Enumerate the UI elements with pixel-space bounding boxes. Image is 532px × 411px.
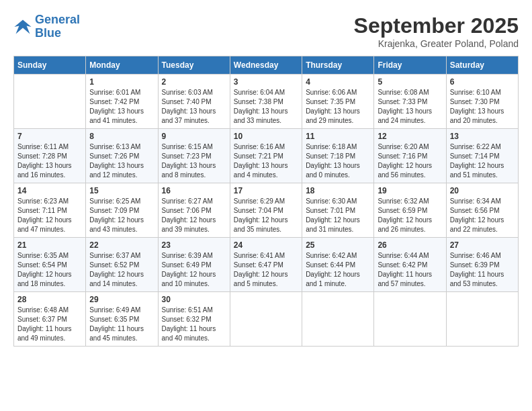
day-info: Sunrise: 6:22 AM Sunset: 7:14 PM Dayligh…	[450, 142, 515, 180]
day-number: 1	[89, 77, 154, 87]
weekday-header: Sunday	[14, 56, 86, 75]
day-info: Sunrise: 6:30 AM Sunset: 7:01 PM Dayligh…	[306, 197, 370, 234]
day-info: Sunrise: 6:44 AM Sunset: 6:42 PM Dayligh…	[378, 251, 442, 289]
day-info: Sunrise: 6:03 AM Sunset: 7:40 PM Dayligh…	[162, 88, 226, 126]
day-info: Sunrise: 6:37 AM Sunset: 6:52 PM Dayligh…	[89, 251, 154, 289]
day-number: 29	[89, 295, 154, 304]
calendar-cell: 24Sunrise: 6:41 AM Sunset: 6:47 PM Dayli…	[230, 238, 302, 292]
day-info: Sunrise: 6:23 AM Sunset: 7:11 PM Dayligh…	[17, 197, 82, 234]
calendar-cell: 10Sunrise: 6:16 AM Sunset: 7:21 PM Dayli…	[230, 129, 302, 183]
day-info: Sunrise: 6:08 AM Sunset: 7:33 PM Dayligh…	[378, 88, 442, 126]
day-info: Sunrise: 6:11 AM Sunset: 7:28 PM Dayligh…	[17, 142, 82, 180]
calendar-cell: 15Sunrise: 6:25 AM Sunset: 7:09 PM Dayli…	[86, 183, 158, 238]
calendar-cell: 19Sunrise: 6:32 AM Sunset: 6:59 PM Dayli…	[374, 183, 446, 238]
day-number: 30	[162, 295, 226, 304]
day-info: Sunrise: 6:15 AM Sunset: 7:23 PM Dayligh…	[162, 142, 226, 180]
weekday-header: Monday	[86, 56, 158, 75]
weekday-header-row: SundayMondayTuesdayWednesdayThursdayFrid…	[14, 56, 519, 75]
calendar-week-row: 7Sunrise: 6:11 AM Sunset: 7:28 PM Daylig…	[14, 129, 519, 183]
day-number: 19	[378, 186, 442, 195]
day-number: 15	[89, 186, 154, 195]
calendar-week-row: 21Sunrise: 6:35 AM Sunset: 6:54 PM Dayli…	[14, 238, 519, 292]
day-number: 9	[162, 132, 226, 141]
logo: GeneralBlue	[13, 13, 80, 40]
day-number: 23	[162, 240, 226, 250]
day-info: Sunrise: 6:18 AM Sunset: 7:18 PM Dayligh…	[306, 142, 370, 180]
day-number: 10	[234, 132, 298, 141]
day-info: Sunrise: 6:39 AM Sunset: 6:49 PM Dayligh…	[162, 251, 226, 289]
calendar-cell: 4Sunrise: 6:06 AM Sunset: 7:35 PM Daylig…	[302, 75, 374, 129]
calendar-cell: 5Sunrise: 6:08 AM Sunset: 7:33 PM Daylig…	[374, 75, 446, 129]
day-number: 20	[450, 186, 515, 195]
day-info: Sunrise: 6:16 AM Sunset: 7:21 PM Dayligh…	[234, 142, 298, 180]
day-number: 16	[162, 186, 226, 195]
day-number: 4	[306, 77, 370, 87]
calendar-cell: 22Sunrise: 6:37 AM Sunset: 6:52 PM Dayli…	[86, 238, 158, 292]
day-number: 24	[234, 240, 298, 250]
day-info: Sunrise: 6:49 AM Sunset: 6:35 PM Dayligh…	[89, 306, 154, 343]
calendar-cell: 27Sunrise: 6:46 AM Sunset: 6:39 PM Dayli…	[446, 238, 518, 292]
title-block: September 2025 Krajenka, Greater Poland,…	[354, 13, 519, 49]
calendar-cell: 2Sunrise: 6:03 AM Sunset: 7:40 PM Daylig…	[158, 75, 230, 129]
weekday-header: Friday	[374, 56, 446, 75]
calendar-week-row: 14Sunrise: 6:23 AM Sunset: 7:11 PM Dayli…	[14, 183, 519, 238]
weekday-header: Tuesday	[158, 56, 230, 75]
day-number: 11	[306, 132, 370, 141]
calendar-cell: 12Sunrise: 6:20 AM Sunset: 7:16 PM Dayli…	[374, 129, 446, 183]
location: Krajenka, Greater Poland, Poland	[354, 38, 519, 49]
calendar-table: SundayMondayTuesdayWednesdayThursdayFrid…	[13, 56, 519, 347]
calendar-cell: 3Sunrise: 6:04 AM Sunset: 7:38 PM Daylig…	[230, 75, 302, 129]
calendar-cell	[446, 292, 518, 347]
day-number: 27	[450, 240, 515, 250]
day-info: Sunrise: 6:34 AM Sunset: 6:56 PM Dayligh…	[450, 197, 515, 234]
day-info: Sunrise: 6:29 AM Sunset: 7:04 PM Dayligh…	[234, 197, 298, 234]
calendar-cell: 29Sunrise: 6:49 AM Sunset: 6:35 PM Dayli…	[86, 292, 158, 347]
calendar-cell	[374, 292, 446, 347]
calendar-cell	[302, 292, 374, 347]
calendar-cell: 17Sunrise: 6:29 AM Sunset: 7:04 PM Dayli…	[230, 183, 302, 238]
day-info: Sunrise: 6:32 AM Sunset: 6:59 PM Dayligh…	[378, 197, 442, 234]
calendar-cell: 14Sunrise: 6:23 AM Sunset: 7:11 PM Dayli…	[14, 183, 86, 238]
day-info: Sunrise: 6:01 AM Sunset: 7:42 PM Dayligh…	[89, 88, 154, 126]
calendar-cell: 20Sunrise: 6:34 AM Sunset: 6:56 PM Dayli…	[446, 183, 518, 238]
day-number: 12	[378, 132, 442, 141]
day-info: Sunrise: 6:04 AM Sunset: 7:38 PM Dayligh…	[234, 88, 298, 126]
day-number: 13	[450, 132, 515, 141]
calendar-cell: 13Sunrise: 6:22 AM Sunset: 7:14 PM Dayli…	[446, 129, 518, 183]
weekday-header: Thursday	[302, 56, 374, 75]
day-number: 18	[306, 186, 370, 195]
calendar-week-row: 1Sunrise: 6:01 AM Sunset: 7:42 PM Daylig…	[14, 75, 519, 129]
day-info: Sunrise: 6:13 AM Sunset: 7:26 PM Dayligh…	[89, 142, 154, 180]
day-info: Sunrise: 6:06 AM Sunset: 7:35 PM Dayligh…	[306, 88, 370, 126]
calendar-cell	[230, 292, 302, 347]
day-info: Sunrise: 6:42 AM Sunset: 6:44 PM Dayligh…	[306, 251, 370, 289]
calendar-week-row: 28Sunrise: 6:48 AM Sunset: 6:37 PM Dayli…	[14, 292, 519, 347]
page-header: GeneralBlue September 2025 Krajenka, Gre…	[13, 13, 519, 49]
day-number: 21	[17, 240, 82, 250]
weekday-header: Wednesday	[230, 56, 302, 75]
logo-icon	[13, 17, 32, 36]
logo-text: GeneralBlue	[35, 13, 80, 40]
calendar-cell: 1Sunrise: 6:01 AM Sunset: 7:42 PM Daylig…	[86, 75, 158, 129]
day-number: 7	[17, 132, 82, 141]
day-number: 5	[378, 77, 442, 87]
calendar-cell: 9Sunrise: 6:15 AM Sunset: 7:23 PM Daylig…	[158, 129, 230, 183]
calendar-cell: 6Sunrise: 6:10 AM Sunset: 7:30 PM Daylig…	[446, 75, 518, 129]
day-info: Sunrise: 6:41 AM Sunset: 6:47 PM Dayligh…	[234, 251, 298, 289]
day-number: 8	[89, 132, 154, 141]
day-info: Sunrise: 6:48 AM Sunset: 6:37 PM Dayligh…	[17, 306, 82, 343]
calendar-cell: 7Sunrise: 6:11 AM Sunset: 7:28 PM Daylig…	[14, 129, 86, 183]
calendar-cell: 8Sunrise: 6:13 AM Sunset: 7:26 PM Daylig…	[86, 129, 158, 183]
calendar-cell: 16Sunrise: 6:27 AM Sunset: 7:06 PM Dayli…	[158, 183, 230, 238]
day-info: Sunrise: 6:35 AM Sunset: 6:54 PM Dayligh…	[17, 251, 82, 289]
day-number: 28	[17, 295, 82, 304]
calendar-cell: 25Sunrise: 6:42 AM Sunset: 6:44 PM Dayli…	[302, 238, 374, 292]
calendar-cell: 28Sunrise: 6:48 AM Sunset: 6:37 PM Dayli…	[14, 292, 86, 347]
calendar-cell	[14, 75, 86, 129]
month-title: September 2025	[354, 13, 519, 38]
day-info: Sunrise: 6:10 AM Sunset: 7:30 PM Dayligh…	[450, 88, 515, 126]
day-info: Sunrise: 6:46 AM Sunset: 6:39 PM Dayligh…	[450, 251, 515, 289]
day-info: Sunrise: 6:27 AM Sunset: 7:06 PM Dayligh…	[162, 197, 226, 234]
day-info: Sunrise: 6:25 AM Sunset: 7:09 PM Dayligh…	[89, 197, 154, 234]
calendar-cell: 26Sunrise: 6:44 AM Sunset: 6:42 PM Dayli…	[374, 238, 446, 292]
